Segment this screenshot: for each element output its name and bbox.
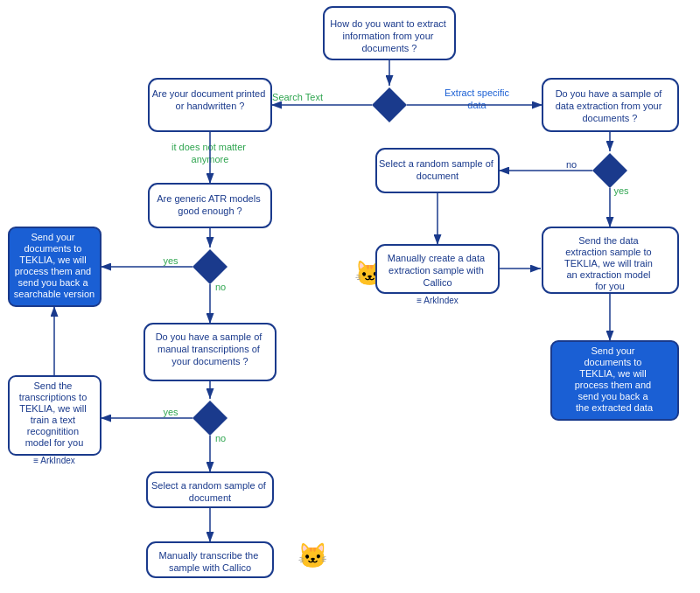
yes-transcriptions-label: yes — [163, 407, 178, 417]
diamond-top — [372, 87, 407, 122]
diamond-extraction — [592, 153, 627, 188]
manual-transcriptions-text: Do you have a sample of manual transcrip… — [156, 331, 265, 366]
arkindex-label-1: ≡ ArkIndex — [33, 456, 75, 465]
yes-extraction-label: yes — [613, 185, 629, 196]
callico-icon-1: 🐱 — [298, 541, 328, 570]
search-text-label: Search Text — [272, 92, 323, 102]
arkindex-label-2: ≡ ArkIndex — [416, 296, 458, 305]
no-transcriptions-label: no — [215, 433, 226, 443]
diamond-transcriptions — [192, 401, 228, 436]
no-extraction-label: no — [566, 159, 577, 170]
diamond-atr — [192, 249, 228, 284]
no-atr-label: no — [215, 282, 226, 292]
extract-specific-label: Extract specific — [444, 87, 509, 98]
yes-atr-label: yes — [163, 255, 178, 266]
